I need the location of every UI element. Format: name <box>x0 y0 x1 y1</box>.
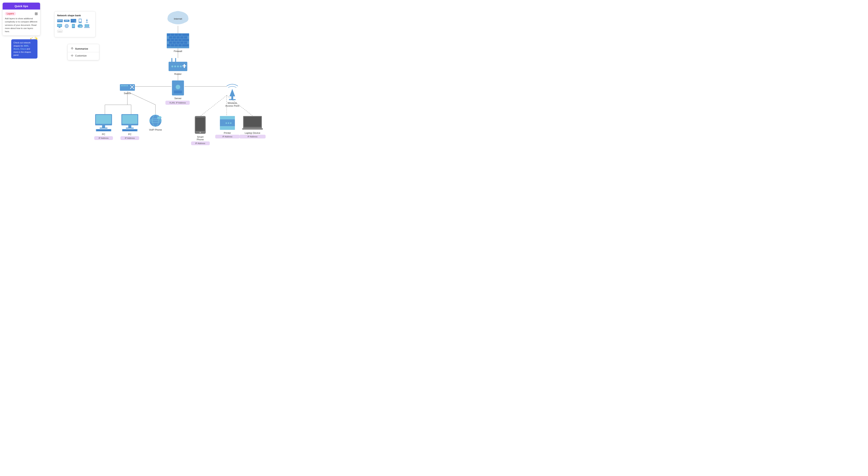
svg-rect-145 <box>244 117 261 127</box>
svg-rect-138 <box>220 120 235 127</box>
svg-rect-98 <box>184 64 185 68</box>
svg-rect-76 <box>178 39 182 41</box>
svg-rect-86 <box>175 44 178 46</box>
blue-tip-box: Check out network shapes for AWS, Azure,… <box>11 39 37 59</box>
wap-label-line2: Access Point <box>225 104 239 107</box>
svg-rect-127 <box>123 130 137 131</box>
svg-rect-116 <box>96 115 111 124</box>
server-node[interactable]: Server VLAN, IP Address <box>165 80 190 105</box>
firewall-node[interactable]: Firewall <box>167 33 189 53</box>
svg-point-95 <box>177 66 179 67</box>
svg-rect-146 <box>242 128 263 130</box>
smartphone-label-line1: Smart <box>197 135 204 138</box>
svg-rect-108 <box>125 85 126 86</box>
voip-label: VoIP Phone <box>149 128 162 131</box>
svg-line-52 <box>127 92 155 105</box>
svg-rect-73 <box>167 39 170 41</box>
printer-label: Printer <box>224 132 231 134</box>
smartphone-badge: IP Address <box>195 142 205 144</box>
svg-rect-81 <box>177 41 180 44</box>
blue-tip-text: Check out network shapes for AWS, Azure,… <box>13 41 31 56</box>
svg-rect-64 <box>175 34 178 36</box>
svg-rect-79 <box>169 41 172 44</box>
pc2-label: PC <box>128 133 131 136</box>
svg-rect-80 <box>173 41 176 44</box>
svg-point-141 <box>228 123 229 124</box>
svg-point-96 <box>180 66 182 67</box>
router-node[interactable]: Router <box>168 58 187 75</box>
svg-rect-109 <box>127 85 128 86</box>
svg-rect-92 <box>175 58 176 62</box>
svg-rect-107 <box>124 85 125 86</box>
quick-tips-panel: Quick tips Layers ⊞ Add layers to show a… <box>3 3 40 35</box>
svg-point-135 <box>199 132 201 133</box>
firewall-label: Firewall <box>174 50 182 53</box>
svg-rect-134 <box>195 117 205 131</box>
voip-node[interactable]: VoIP Phone <box>149 115 162 131</box>
svg-rect-68 <box>169 36 172 38</box>
svg-rect-85 <box>171 44 174 46</box>
switch-node[interactable]: Switch <box>120 84 135 95</box>
svg-rect-82 <box>180 41 184 44</box>
svg-point-93 <box>172 66 173 67</box>
svg-rect-114 <box>229 99 236 100</box>
svg-rect-78 <box>185 39 189 41</box>
svg-rect-91 <box>172 58 172 62</box>
layers-description: Add layers to show additional complexity… <box>5 17 38 33</box>
wap-label-line1: Wireless <box>227 102 237 104</box>
svg-rect-70 <box>177 36 180 38</box>
svg-line-54 <box>200 95 227 116</box>
svg-rect-125 <box>126 128 134 129</box>
printer-badge: IP Address <box>222 135 232 138</box>
pc1-node[interactable]: PC IP Address <box>94 114 113 140</box>
internet-node[interactable]: Internet <box>167 11 188 24</box>
svg-rect-89 <box>185 44 189 46</box>
svg-rect-63 <box>171 34 174 36</box>
svg-rect-113 <box>231 96 233 99</box>
svg-rect-75 <box>175 39 178 41</box>
svg-rect-69 <box>173 36 176 38</box>
svg-rect-101 <box>174 91 182 92</box>
svg-point-100 <box>176 85 180 89</box>
svg-rect-139 <box>220 126 235 130</box>
svg-rect-106 <box>122 85 123 86</box>
svg-marker-112 <box>229 89 235 96</box>
laptop-label: Laptop Device <box>245 132 260 134</box>
switch-label: Switch <box>124 92 131 95</box>
svg-rect-83 <box>184 41 187 44</box>
svg-point-94 <box>174 66 176 67</box>
svg-rect-84 <box>167 44 170 46</box>
server-label: Server <box>175 97 182 100</box>
svg-rect-118 <box>100 128 107 129</box>
svg-rect-105 <box>121 85 122 86</box>
svg-rect-123 <box>122 115 137 124</box>
layers-badge[interactable]: Layers <box>5 12 16 15</box>
pc2-badge: IP Address <box>125 137 135 139</box>
svg-rect-72 <box>184 36 187 38</box>
svg-point-140 <box>230 123 231 124</box>
svg-rect-87 <box>178 44 182 46</box>
router-label: Router <box>174 73 182 75</box>
svg-rect-62 <box>167 34 170 36</box>
quick-tips-title: Quick tips <box>3 3 40 9</box>
svg-rect-66 <box>182 34 185 36</box>
layers-icon: ⊞ <box>35 11 38 16</box>
laptop-badge: IP Address <box>248 135 257 138</box>
svg-rect-65 <box>178 34 182 36</box>
pc1-label: PC <box>102 133 105 136</box>
svg-rect-120 <box>97 130 111 131</box>
svg-rect-77 <box>182 39 185 41</box>
internet-label: Internet <box>174 18 182 20</box>
svg-rect-102 <box>174 92 182 93</box>
printer-node[interactable]: Printer IP Address <box>215 116 240 138</box>
laptop-node[interactable]: Laptop Device IP Address <box>239 116 266 138</box>
smartphone-label-line2: Phone <box>197 138 204 141</box>
smartphone-node[interactable]: Smart Phone IP Address <box>191 116 210 145</box>
svg-point-142 <box>225 123 227 124</box>
pc1-badge: IP Address <box>99 137 108 139</box>
svg-rect-117 <box>102 125 105 128</box>
svg-rect-67 <box>185 34 189 36</box>
network-diagram: Internet Firewall <box>47 0 268 150</box>
svg-rect-124 <box>128 125 131 128</box>
pc2-node[interactable]: PC IP Address <box>120 114 139 140</box>
